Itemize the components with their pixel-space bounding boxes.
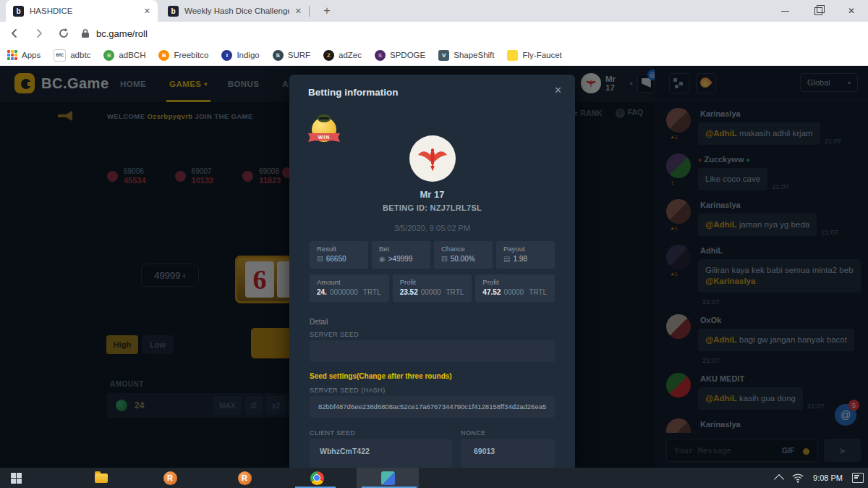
- apps-grid-icon: [7, 50, 17, 60]
- file-explorer-button[interactable]: [85, 468, 117, 488]
- bookmark-item[interactable]: Z adZec: [323, 50, 362, 61]
- app-r2-button[interactable]: R: [229, 468, 260, 488]
- betting-id: BETING ID: NZJ7LRL7SL: [289, 203, 575, 212]
- site-favicon: b: [168, 6, 179, 17]
- lock-icon: [81, 28, 90, 38]
- new-tab-button[interactable]: +: [318, 2, 336, 20]
- wifi-icon[interactable]: [792, 474, 804, 483]
- stat-icon: ⚄: [441, 255, 448, 263]
- bookmarks-bar: Apps BTC adbtc B adBCH B Freebitco: [0, 45, 868, 66]
- client-seed-value[interactable]: WbhzCmT422: [310, 439, 452, 468]
- stat-box: Profit 47.5200000TRTL: [475, 274, 555, 302]
- app-r1-button[interactable]: R: [154, 468, 186, 488]
- nonce-label: NONCE: [461, 429, 486, 437]
- bookmark-favicon: Z: [323, 50, 334, 61]
- bookmark-favicon: S: [273, 50, 284, 61]
- browser-toolbar: bc.game/roll: [0, 22, 868, 45]
- stat-box: Result ⚄66650: [310, 241, 368, 269]
- frog-icon: [318, 114, 331, 122]
- seed-settings-label: Seed settings(Change after three rounds): [310, 372, 452, 380]
- close-icon[interactable]: ✕: [554, 85, 562, 96]
- modal-title: Betting information: [308, 87, 399, 98]
- page-content: BC.Game HOME GAMES▾ BONUS AFFILIATE FORU…: [0, 66, 868, 468]
- system-tray: 9:08 PM: [775, 468, 864, 488]
- url-text[interactable]: bc.game/roll: [96, 28, 148, 39]
- win-badge: WIN: [308, 114, 340, 145]
- r-app-icon: R: [163, 471, 177, 485]
- tab-title: HASHDICE: [30, 7, 138, 15]
- screen: b HASHDICE ✕ b Weekly Hash Dice Challeng…: [0, 0, 868, 488]
- stat-box: Profit 23.5200000TRTL: [393, 274, 472, 302]
- action-center-icon[interactable]: [852, 473, 864, 483]
- bookmark-favicon: S: [375, 50, 386, 61]
- browser-tab-challenge[interactable]: b Weekly Hash Dice Challenge - Se ✕: [161, 0, 309, 22]
- bookmark-apps[interactable]: Apps: [7, 50, 41, 60]
- server-seed-label: SERVER SEED: [310, 331, 359, 338]
- tab-title: Weekly Hash Dice Challenge - Se: [184, 7, 289, 15]
- bookmark-favicon: V: [438, 50, 449, 61]
- bookmark-item[interactable]: BTC adbtc: [54, 49, 90, 62]
- cube-app-icon: [381, 471, 395, 485]
- bookmark-item[interactable]: S SPDOGE: [375, 50, 425, 61]
- player-name: Mr 17: [289, 189, 575, 200]
- betting-info-modal: Betting information ✕ WIN Mr 17 BETING I…: [289, 75, 575, 468]
- stat-icon: ▤: [503, 255, 510, 263]
- bookmark-favicon: I: [221, 50, 232, 61]
- stat-box: Chance ⚄50.00%: [434, 241, 493, 269]
- detail-label: Detail: [310, 318, 328, 326]
- tab-divider: [309, 6, 310, 17]
- tray-chevron-icon[interactable]: [774, 474, 784, 484]
- server-seed-hash-value[interactable]: 82bbf487d6ee238d6808ac52ce17a6767344790c…: [310, 396, 555, 418]
- window-controls: ✕: [768, 0, 868, 22]
- window-close-button[interactable]: ✕: [835, 0, 868, 22]
- reload-icon[interactable]: [54, 23, 74, 43]
- forward-icon[interactable]: [29, 23, 49, 43]
- server-seed-box[interactable]: [310, 340, 555, 362]
- back-icon[interactable]: [4, 23, 25, 43]
- window-restore-button[interactable]: [801, 0, 835, 22]
- stats-row-1: Result ⚄66650 Bet ◉>49999 Chance ⚄50.00%: [310, 241, 555, 269]
- bookmark-item[interactable]: B Freebitco: [158, 50, 208, 61]
- stats-row-2: Amount 24.0000000TRTL Profit 23.5200000T…: [310, 274, 555, 302]
- stat-icon: ⚄: [317, 255, 323, 263]
- folder-icon: [95, 474, 108, 483]
- bookmark-favicon: B: [158, 50, 169, 61]
- active-app-button[interactable]: [357, 468, 419, 488]
- tab-close-icon[interactable]: ✕: [295, 7, 302, 16]
- client-seed-label: CLIENT SEED: [310, 429, 355, 437]
- window-minimize-button[interactable]: [768, 0, 801, 22]
- server-seed-hash-label: SERVER SEED (HASH): [310, 387, 386, 394]
- r-app-icon: R: [238, 471, 252, 485]
- stat-box: Bet ◉>49999: [372, 241, 430, 269]
- windows-taskbar: R R: [0, 468, 868, 488]
- player-avatar: [409, 135, 456, 182]
- bookmark-favicon: BTC: [54, 49, 66, 62]
- bookmark-item[interactable]: S SURF: [273, 50, 310, 61]
- address-bar[interactable]: bc.game/roll: [81, 28, 638, 39]
- chrome-icon: [310, 471, 324, 485]
- bookmark-item[interactable]: V ShapeShift: [438, 50, 494, 61]
- windows-logo-icon: [11, 473, 22, 484]
- chrome-taskbar-button[interactable]: [301, 468, 333, 488]
- browser-tab-hashdice[interactable]: b HASHDICE ✕: [6, 0, 158, 22]
- bookmark-item[interactable]: B adBCH: [103, 50, 145, 61]
- tab-close-icon[interactable]: ✕: [144, 7, 150, 16]
- stat-box: Amount 24.0000000TRTL: [310, 274, 389, 302]
- bookmark-favicon: B: [103, 50, 114, 61]
- bookmark-favicon: [507, 50, 518, 61]
- clock[interactable]: 9:08 PM: [813, 474, 843, 482]
- stat-icon: ◉: [379, 255, 386, 263]
- start-button[interactable]: [0, 468, 32, 488]
- bookmark-item[interactable]: I Indigo: [221, 50, 259, 61]
- nonce-value[interactable]: 69013: [461, 439, 555, 468]
- bookmark-item[interactable]: Fly-Faucet: [507, 50, 561, 61]
- site-favicon: b: [13, 6, 24, 17]
- stat-box: Payout ▤1.98: [496, 241, 555, 269]
- browser-titlebar: b HASHDICE ✕ b Weekly Hash Dice Challeng…: [0, 0, 868, 22]
- phoenix-icon: [416, 142, 449, 175]
- bet-timestamp: 3/5/2020, 9:05:02 PM: [289, 224, 575, 232]
